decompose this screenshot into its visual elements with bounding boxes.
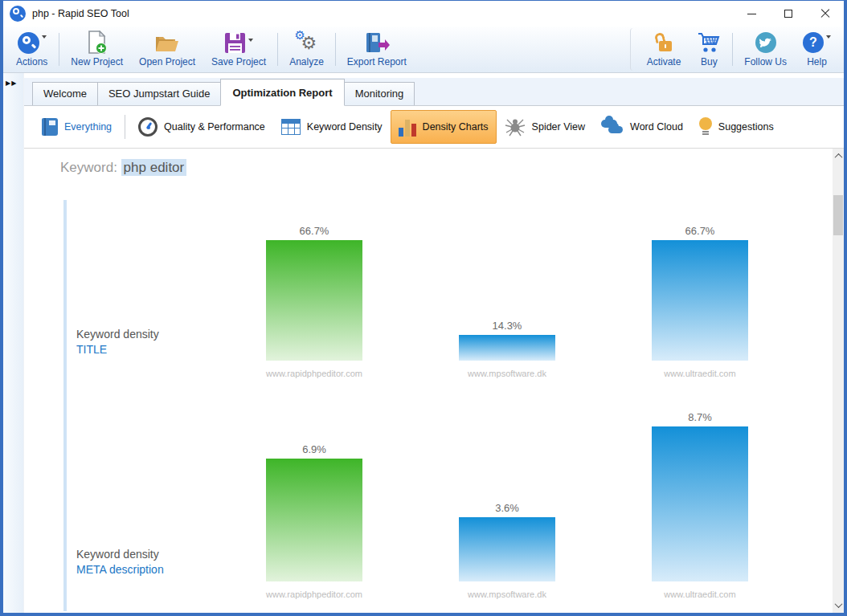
- word-cloud-label: Word Cloud: [630, 121, 683, 133]
- spider-icon: [505, 117, 526, 137]
- bar-mpsoftware-title: [459, 335, 555, 361]
- analyze-label: Analyze: [289, 56, 324, 67]
- everything-label: Everything: [64, 121, 112, 133]
- subtab-quality-performance[interactable]: Quality & Performance: [130, 110, 273, 144]
- tab-welcome[interactable]: Welcome: [32, 82, 98, 105]
- chevron-down-icon: [826, 35, 831, 39]
- lightbulb-icon: [699, 117, 712, 137]
- open-folder-icon: [154, 31, 180, 55]
- maximize-button[interactable]: [770, 1, 807, 27]
- export-book-icon: [364, 31, 390, 55]
- subtab-spider-view[interactable]: Spider View: [497, 110, 593, 144]
- bar-value-label: 14.3%: [493, 320, 522, 332]
- minimize-button[interactable]: [733, 1, 770, 27]
- vertical-scrollbar[interactable]: [833, 149, 844, 613]
- help-button[interactable]: ? Help: [795, 28, 839, 71]
- actions-label: Actions: [16, 56, 47, 67]
- bar-url-label: www.rapidphpeditor.com: [218, 589, 411, 599]
- bar-url-label: www.ultraedit.com: [604, 589, 796, 599]
- tab-bar: Welcome SEO Jumpstart Guide Optimization…: [24, 73, 844, 106]
- report-view-toolbar: Everything Quality & Performance Keyword…: [24, 106, 844, 149]
- shopping-cart-icon: [697, 31, 721, 55]
- chart-row-title: Keyword density TITLE 66.7% 14.3%: [24, 200, 828, 386]
- bar-rapidphpeditor-title: [266, 240, 362, 361]
- new-project-label: New Project: [71, 56, 123, 67]
- tab-seo-jumpstart-guide[interactable]: SEO Jumpstart Guide: [97, 82, 221, 105]
- keyword-line: Keyword: php editor: [60, 160, 186, 176]
- gauge-icon: [138, 117, 158, 137]
- subtoolbar-separator: [125, 115, 125, 139]
- toolbar-separator: [732, 33, 733, 66]
- follow-us-label: Follow Us: [744, 56, 787, 67]
- subtab-suggestions[interactable]: Suggestions: [691, 110, 782, 144]
- main-toolbar: Actions New Project: [3, 27, 844, 73]
- expand-panel-button[interactable]: ▶▶: [6, 80, 17, 87]
- save-project-button[interactable]: Save Project: [203, 28, 274, 71]
- quality-performance-label: Quality & Performance: [164, 121, 265, 133]
- subtab-keyword-density[interactable]: Keyword Density: [273, 112, 391, 142]
- chevron-down-icon: [248, 39, 253, 42]
- book-icon: [42, 118, 58, 136]
- scroll-up-button[interactable]: [833, 150, 844, 162]
- bar-value-label: 3.6%: [495, 502, 519, 514]
- toolbar-separator: [335, 33, 336, 66]
- activate-button[interactable]: Activate: [639, 28, 689, 71]
- bar-rapidphpeditor-meta: [266, 459, 362, 581]
- export-report-button[interactable]: Export Report: [339, 28, 415, 71]
- actions-button[interactable]: Actions: [8, 28, 55, 71]
- suggestions-label: Suggestions: [718, 121, 774, 133]
- open-project-label: Open Project: [139, 56, 195, 67]
- app-magnifier-icon: [10, 6, 26, 22]
- save-project-label: Save Project: [211, 56, 266, 67]
- bar-value-label: 66.7%: [685, 225, 715, 237]
- bar-value-label: 6.9%: [302, 443, 326, 455]
- bar-ultraedit-title: [652, 240, 748, 361]
- close-icon: [820, 9, 830, 18]
- chevron-up-icon: [834, 153, 842, 161]
- gears-icon: ⚙⚙: [294, 31, 318, 54]
- keyword-density-label: Keyword Density: [307, 121, 383, 133]
- bar-ultraedit-meta: [652, 426, 748, 581]
- subtab-density-charts[interactable]: Density Charts: [391, 110, 497, 144]
- open-project-button[interactable]: Open Project: [131, 28, 203, 71]
- keyword-label: Keyword:: [60, 160, 117, 175]
- tab-monitoring[interactable]: Monitoring: [344, 82, 415, 105]
- density-charts-label: Density Charts: [423, 121, 489, 133]
- keyword-value: php editor: [121, 159, 187, 176]
- new-project-button[interactable]: New Project: [63, 28, 131, 71]
- chevron-down-icon: [42, 35, 47, 39]
- report-content: Keyword: php editor Keyword density TITL…: [24, 149, 844, 613]
- help-label: Help: [807, 56, 827, 67]
- follow-us-button[interactable]: Follow Us: [736, 28, 795, 71]
- tab-optimization-report[interactable]: Optimization Report: [220, 79, 344, 106]
- chevron-down-icon: [834, 600, 842, 608]
- activate-label: Activate: [647, 56, 681, 67]
- buy-button[interactable]: Buy: [689, 28, 729, 71]
- minimize-icon: [747, 14, 756, 14]
- collapsed-side-panel: ▶▶: [3, 73, 24, 613]
- floppy-disk-icon: [224, 32, 246, 54]
- subtab-word-cloud[interactable]: Word Cloud: [593, 111, 691, 143]
- scrollbar-thumb[interactable]: [833, 195, 843, 235]
- bar-value-label: 66.7%: [300, 225, 329, 237]
- spider-view-label: Spider View: [532, 121, 585, 133]
- window-title: php - Rapid SEO Tool: [32, 8, 129, 19]
- padlock-icon: [655, 32, 673, 53]
- buy-label: Buy: [701, 56, 718, 67]
- titlebar: php - Rapid SEO Tool: [3, 1, 844, 27]
- app-magnifier-icon: [18, 32, 39, 54]
- cloud-icon: [601, 118, 624, 136]
- subtab-everything[interactable]: Everything: [34, 111, 120, 143]
- close-button[interactable]: [807, 1, 844, 27]
- new-document-icon: [87, 31, 108, 55]
- scroll-down-button[interactable]: [833, 599, 844, 611]
- table-icon: [281, 119, 301, 135]
- bar-url-label: www.mpsoftware.dk: [411, 589, 604, 599]
- twitter-bird-icon: [755, 31, 777, 55]
- analyze-button[interactable]: ⚙⚙ Analyze: [281, 28, 332, 71]
- bar-mpsoftware-meta: [459, 517, 555, 581]
- bar-chart-icon: [399, 117, 416, 137]
- bar-url-label: www.rapidphpeditor.com: [218, 369, 411, 378]
- maximize-icon: [784, 10, 792, 18]
- toolbar-separator: [59, 33, 59, 66]
